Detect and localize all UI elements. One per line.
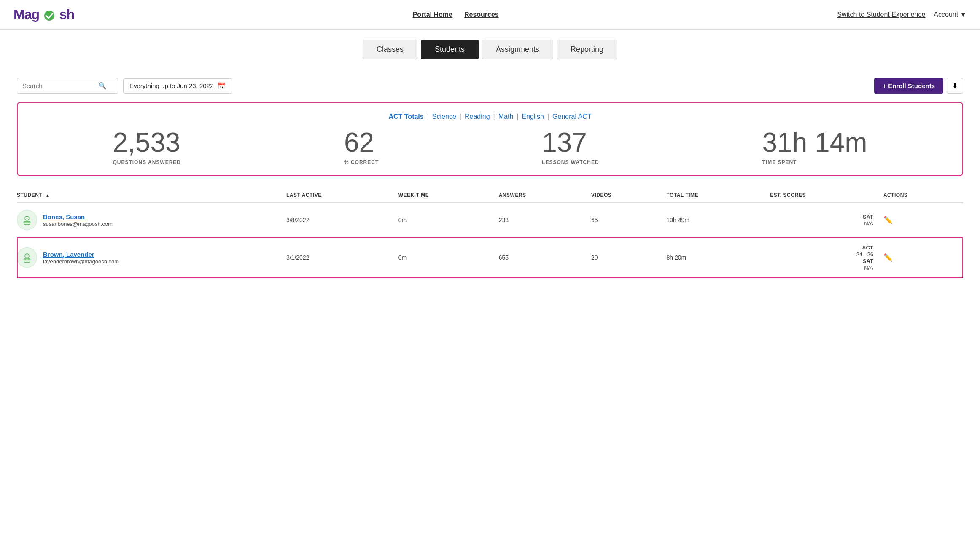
cell-week-time: 0m xyxy=(393,237,494,278)
cell-last-active: 3/8/2022 xyxy=(281,203,393,237)
score-entry: SATN/A xyxy=(770,213,873,227)
tab-students[interactable]: Students xyxy=(421,40,479,59)
score-type: SAT xyxy=(863,214,873,220)
cell-answers: 655 xyxy=(494,237,586,278)
portal-home-link[interactable]: Portal Home xyxy=(413,11,452,19)
col-est-scores[interactable]: EST. SCORES xyxy=(765,188,878,203)
cell-total-time: 10h 49m xyxy=(661,203,765,237)
table-header: STUDENT ▲ LAST ACTIVE WEEK TIME ANSWERS … xyxy=(17,188,963,203)
edit-icon[interactable]: ✏️ xyxy=(883,253,893,262)
search-input[interactable] xyxy=(22,82,98,89)
stat-value-lessons: 137 xyxy=(542,129,599,156)
stats-link-act-totals[interactable]: ACT Totals xyxy=(388,113,423,121)
stats-link-general-act[interactable]: General ACT xyxy=(552,113,591,121)
student-name-link[interactable]: Bones, Susan xyxy=(43,213,113,220)
stats-box: ACT Totals | Science | Reading | Math | … xyxy=(17,102,963,176)
account-menu[interactable]: Account ▼ xyxy=(934,11,967,19)
tab-assignments[interactable]: Assignments xyxy=(482,40,553,59)
score-entry: ACT24 - 26 xyxy=(770,244,873,258)
stats-link-science[interactable]: Science xyxy=(432,113,456,121)
header: Mag sh Portal Home Resources Switch to S… xyxy=(0,0,980,30)
toolbar: 🔍 Everything up to Jun 23, 2022 📅 + Enro… xyxy=(17,78,963,94)
stat-time-spent: 31h 14m TIME SPENT xyxy=(762,129,867,165)
cell-answers: 233 xyxy=(494,203,586,237)
score-value: 24 - 26 xyxy=(856,251,873,258)
stat-label-questions: QUESTIONS ANSWERED xyxy=(113,159,181,165)
stat-value-time: 31h 14m xyxy=(762,129,867,156)
stats-link-english[interactable]: English xyxy=(522,113,544,121)
stats-link-math[interactable]: Math xyxy=(498,113,514,121)
stat-percent-correct: 62 % CORRECT xyxy=(344,129,379,165)
tabs-container: Classes Students Assignments Reporting xyxy=(0,30,980,68)
cell-week-time: 0m xyxy=(393,203,494,237)
calendar-icon: 📅 xyxy=(218,82,226,90)
table-row: Brown, Lavender lavenderbrown@magoosh.co… xyxy=(17,237,963,278)
toolbar-left: 🔍 Everything up to Jun 23, 2022 📅 xyxy=(17,78,232,94)
stat-label-correct: % CORRECT xyxy=(344,159,379,165)
score-entry: SATN/A xyxy=(770,258,873,271)
cell-est-scores: ACT24 - 26SATN/A xyxy=(765,237,878,278)
logo: Mag sh xyxy=(13,7,74,22)
score-type: ACT xyxy=(862,244,873,251)
enroll-students-button[interactable]: + Enroll Students xyxy=(874,78,943,94)
avatar xyxy=(17,247,37,268)
svg-point-1 xyxy=(25,216,29,220)
stat-value-correct: 62 xyxy=(344,129,379,156)
score-value: N/A xyxy=(864,220,873,227)
stat-label-time: TIME SPENT xyxy=(762,159,867,165)
student-email: lavenderbrown@magoosh.com xyxy=(43,258,119,265)
cell-videos: 65 xyxy=(586,203,662,237)
date-filter[interactable]: Everything up to Jun 23, 2022 📅 xyxy=(123,78,232,94)
cell-last-active: 3/1/2022 xyxy=(281,237,393,278)
stats-numbers: 2,533 QUESTIONS ANSWERED 62 % CORRECT 13… xyxy=(31,129,949,165)
logo-text: Mag sh xyxy=(13,7,74,22)
cell-actions: ✏️ xyxy=(878,203,963,237)
col-videos[interactable]: VIDEOS xyxy=(586,188,662,203)
score-type: SAT xyxy=(863,258,873,264)
cell-total-time: 8h 20m xyxy=(661,237,765,278)
stats-link-reading[interactable]: Reading xyxy=(465,113,490,121)
col-student[interactable]: STUDENT ▲ xyxy=(17,188,281,203)
stat-label-lessons: LESSONS WATCHED xyxy=(542,159,599,165)
student-name-link[interactable]: Brown, Lavender xyxy=(43,251,119,258)
student-cell-brown-lavender: Brown, Lavender lavenderbrown@magoosh.co… xyxy=(17,237,281,278)
student-cell-bones-susan: Bones, Susan susanbones@magoosh.com xyxy=(17,203,281,237)
avatar xyxy=(17,210,37,230)
download-button[interactable]: ⬇ xyxy=(947,78,963,94)
header-right: Switch to Student Experience Account ▼ xyxy=(837,11,967,19)
date-filter-text: Everything up to Jun 23, 2022 xyxy=(129,82,213,89)
resources-link[interactable]: Resources xyxy=(464,11,499,19)
stat-questions-answered: 2,533 QUESTIONS ANSWERED xyxy=(113,129,181,165)
toolbar-right: + Enroll Students ⬇ xyxy=(874,78,963,94)
chevron-down-icon: ▼ xyxy=(960,11,967,19)
header-nav: Portal Home Resources xyxy=(413,11,499,19)
col-actions: ACTIONS xyxy=(878,188,963,203)
students-table: STUDENT ▲ LAST ACTIVE WEEK TIME ANSWERS … xyxy=(17,188,963,278)
col-last-active[interactable]: LAST ACTIVE xyxy=(281,188,393,203)
col-answers[interactable]: ANSWERS xyxy=(494,188,586,203)
sort-arrow-student: ▲ xyxy=(46,193,50,198)
tab-classes[interactable]: Classes xyxy=(363,40,417,59)
stat-value-questions: 2,533 xyxy=(113,129,181,156)
search-box: 🔍 xyxy=(17,78,118,94)
cell-est-scores: SATN/A xyxy=(765,203,878,237)
table-body: Bones, Susan susanbones@magoosh.com 3/8/… xyxy=(17,203,963,278)
stats-links: ACT Totals | Science | Reading | Math | … xyxy=(31,113,949,121)
score-value: N/A xyxy=(864,265,873,271)
account-label: Account xyxy=(934,11,958,19)
switch-experience-link[interactable]: Switch to Student Experience xyxy=(837,11,925,19)
stat-lessons-watched: 137 LESSONS WATCHED xyxy=(542,129,599,165)
search-icon: 🔍 xyxy=(98,82,107,90)
student-email: susanbones@magoosh.com xyxy=(43,221,113,227)
table-row: Bones, Susan susanbones@magoosh.com 3/8/… xyxy=(17,203,963,237)
cell-actions: ✏️ xyxy=(878,237,963,278)
svg-point-4 xyxy=(25,254,29,258)
col-total-time[interactable]: TOTAL TIME xyxy=(661,188,765,203)
edit-icon[interactable]: ✏️ xyxy=(883,216,893,224)
tab-reporting[interactable]: Reporting xyxy=(557,40,617,59)
cell-videos: 20 xyxy=(586,237,662,278)
page-content: 🔍 Everything up to Jun 23, 2022 📅 + Enro… xyxy=(0,68,980,288)
col-week-time[interactable]: WEEK TIME xyxy=(393,188,494,203)
